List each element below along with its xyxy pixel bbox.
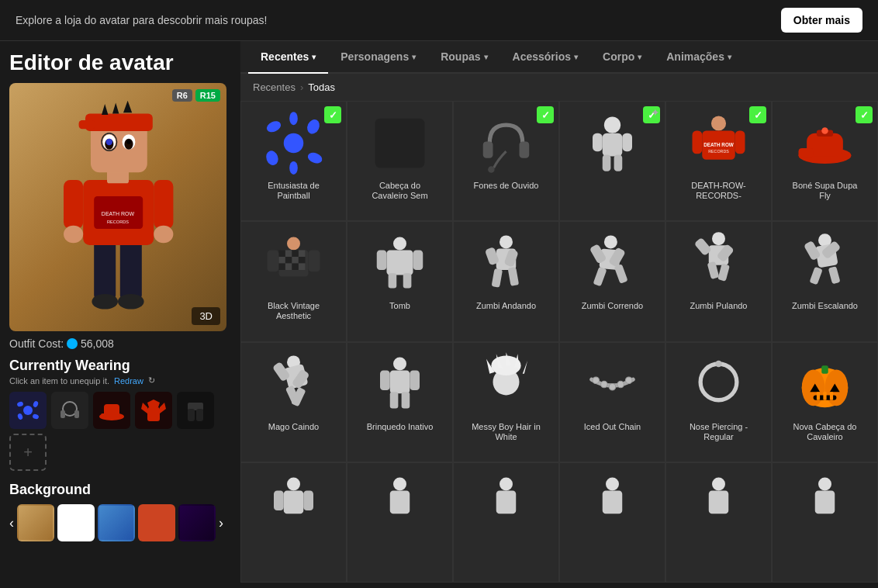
item-tomb[interactable]: Tomb — [347, 221, 453, 341]
item-label: Nova Cabeça do Cavaleiro — [790, 422, 860, 442]
svg-rect-163 — [603, 491, 623, 514]
item-zumbi-correndo[interactable]: Zumbi Correndo — [559, 221, 665, 341]
tab-acessorios[interactable]: Acessórios ▾ — [500, 41, 590, 74]
svg-point-9 — [154, 226, 173, 243]
bg-prev-button[interactable]: ‹ — [9, 515, 14, 531]
svg-rect-159 — [390, 491, 410, 514]
item-bone-supa[interactable]: ✓ Boné Supa Dupa Fly — [772, 101, 878, 221]
bg-option-gold[interactable] — [17, 504, 54, 541]
svg-point-47 — [264, 149, 281, 167]
svg-rect-86 — [268, 250, 279, 272]
svg-point-124 — [393, 358, 406, 371]
svg-rect-93 — [403, 273, 412, 288]
tab-roupas[interactable]: Roupas ▾ — [428, 41, 499, 74]
chevron-down-icon: ▾ — [638, 53, 641, 61]
item-nova-cabeca[interactable]: Nova Cabeça do Cavaleiro — [772, 342, 878, 462]
svg-rect-13 — [79, 120, 95, 129]
3d-button[interactable]: 3D — [192, 307, 220, 325]
item-nose-piercing[interactable]: Nose Piercing - Regular — [665, 342, 772, 462]
svg-rect-128 — [390, 392, 399, 408]
item-zumbi-pulando[interactable]: Zumbi Pulando — [665, 221, 772, 341]
item-thumbnail — [472, 228, 541, 298]
tab-animacoes[interactable]: Animações ▾ — [654, 41, 744, 74]
item-black-vintage[interactable]: Black Vintage Aesthetic — [240, 221, 347, 341]
banner-text: Explore a loja do avatar para descobrir … — [16, 14, 268, 26]
item-row4-1[interactable] — [240, 462, 347, 583]
svg-rect-104 — [593, 267, 607, 287]
svg-point-44 — [284, 133, 304, 153]
check-icon: ✓ — [537, 106, 554, 123]
bg-option-dark[interactable] — [178, 504, 216, 541]
breadcrumb-parent[interactable]: Recentes — [253, 81, 296, 93]
avatar-badges: R6 R15 — [172, 89, 220, 102]
svg-point-30 — [32, 413, 40, 420]
add-item-button[interactable]: + — [9, 434, 47, 471]
svg-rect-157 — [303, 491, 313, 511]
item-label: Brinquedo Inativo — [367, 422, 434, 432]
outfit-cost: Outfit Cost: 56,008 — [9, 337, 231, 350]
item-row4-3[interactable] — [453, 462, 559, 583]
svg-point-138 — [601, 381, 608, 388]
item-empty-checked[interactable]: ✓ ✦ — [559, 101, 665, 221]
item-thumbnail — [365, 469, 435, 539]
item-thumbnail — [472, 469, 541, 539]
bg-next-button[interactable]: › — [219, 515, 223, 531]
tab-corpo[interactable]: Corpo ▾ — [590, 41, 654, 74]
obter-mais-button[interactable]: Obter mais — [781, 8, 862, 33]
svg-rect-42 — [188, 409, 195, 421]
tab-personagens[interactable]: Personagens ▾ — [328, 41, 428, 74]
item-row4-6[interactable] — [772, 462, 878, 583]
wearing-item-hat[interactable] — [93, 392, 130, 429]
tab-recentes[interactable]: Recentes ▾ — [248, 41, 328, 74]
item-zumbi-escalando[interactable]: Zumbi Escalando — [772, 221, 878, 341]
item-thumbnail: DEATH ROW RECORDS — [684, 108, 754, 178]
svg-point-21 — [106, 139, 112, 145]
breadcrumb-current: Todas — [308, 81, 335, 93]
bg-option-white[interactable] — [57, 504, 95, 541]
item-thumbnail — [259, 108, 329, 178]
item-mago-caindo[interactable]: Mago Caindo — [240, 342, 347, 462]
currently-wearing-title: Currently Wearing — [9, 358, 231, 374]
svg-rect-51 — [375, 118, 425, 168]
bg-option-blue[interactable] — [98, 504, 135, 541]
wearing-item-splat[interactable] — [9, 392, 47, 429]
chevron-down-icon: ▾ — [484, 53, 488, 61]
item-brinquedo-inativo[interactable]: Brinquedo Inativo — [347, 342, 453, 462]
svg-rect-91 — [413, 250, 423, 270]
svg-point-28 — [33, 400, 39, 408]
item-thumbnail — [259, 228, 329, 298]
item-iced-out-chain[interactable]: Iced Out Chain — [559, 342, 665, 462]
svg-rect-60 — [614, 154, 623, 171]
svg-rect-79 — [285, 257, 292, 264]
item-label: Zumbi Pulando — [690, 301, 748, 311]
item-messy-boy-hair[interactable]: Messy Boy Hair in White — [453, 342, 559, 462]
item-death-row[interactable]: ✓ DEATH ROW RECORDS DEATH-ROW-RECORDS- — [665, 101, 772, 221]
svg-point-45 — [265, 119, 283, 134]
wearing-item-pants[interactable] — [177, 392, 214, 429]
item-row4-4[interactable] — [559, 462, 665, 583]
avatar-figure: DEATH ROW RECORDS — [48, 99, 188, 316]
svg-rect-78 — [278, 257, 285, 264]
svg-point-24 — [92, 294, 118, 310]
bg-option-phone[interactable] — [138, 504, 175, 541]
svg-text:RECORDS: RECORDS — [107, 220, 129, 224]
breadcrumb: Recentes › Todas — [240, 74, 878, 101]
redraw-button[interactable]: Redraw — [114, 376, 143, 386]
wearing-item-headphones[interactable] — [51, 392, 88, 429]
wearing-item-shirt[interactable] — [135, 392, 172, 429]
item-fones[interactable]: ✓ Fones de Ouvido — [453, 101, 559, 221]
item-label: Zumbi Andando — [476, 301, 536, 311]
item-row4-5[interactable] — [665, 462, 772, 583]
item-entusiasta-paintball[interactable]: ✓ Entusiasta de Paintball — [240, 101, 347, 221]
svg-point-164 — [712, 478, 725, 491]
item-label: DEATH-ROW-RECORDS- — [684, 181, 754, 201]
left-panel: Editor de avatar R6 R15 DEATH ROW RECORD… — [0, 41, 240, 583]
item-row4-2[interactable] — [347, 462, 453, 583]
svg-rect-87 — [309, 250, 320, 272]
svg-marker-16 — [102, 104, 108, 115]
chevron-down-icon: ▾ — [312, 53, 316, 61]
item-zumbi-andando[interactable]: Zumbi Andando — [453, 221, 559, 341]
item-cabeca-cavaleiro[interactable]: Cabeça do Cavaleiro Sem — [347, 101, 453, 221]
svg-point-22 — [126, 140, 131, 144]
svg-rect-56 — [603, 133, 623, 156]
